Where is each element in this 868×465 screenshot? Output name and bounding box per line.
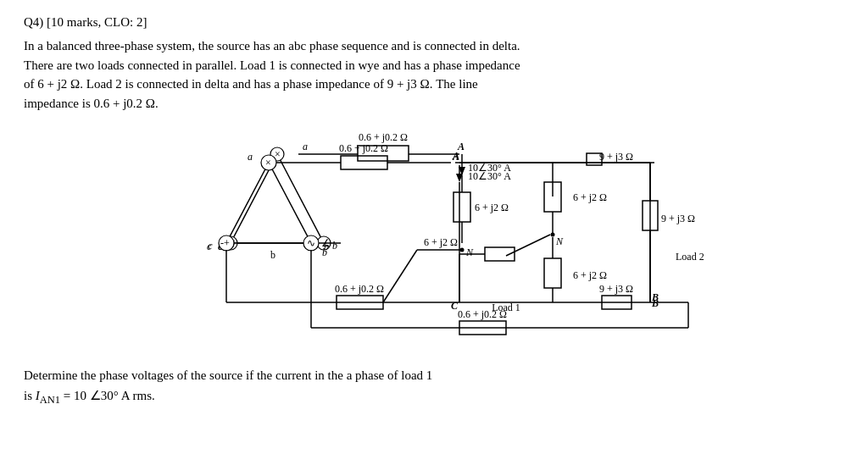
svg-text:0.6 + j0.2 Ω: 0.6 + j0.2 Ω <box>339 142 388 154</box>
svg-rect-40 <box>341 156 387 169</box>
svg-text:6 + j2 Ω: 6 + j2 Ω <box>424 236 458 248</box>
determine-text: Determine the phase voltages of the sour… <box>24 365 844 408</box>
svg-text:6 + j2 Ω: 6 + j2 Ω <box>573 191 607 203</box>
svg-text:a: a <box>303 141 308 152</box>
svg-text:6 + j2 Ω: 6 + j2 Ω <box>475 202 509 213</box>
svg-text:9 + j3 Ω: 9 + j3 Ω <box>661 213 695 224</box>
determine-line2: is IAN1 = 10 ∠30° A rms. <box>24 389 155 402</box>
svg-text:c: c <box>207 241 212 252</box>
svg-text:10∠30° A: 10∠30° A <box>468 170 511 182</box>
problem-line1: In a balanced three-phase system, the so… <box>24 39 520 53</box>
svg-point-61 <box>551 233 555 237</box>
svg-text:∿: ∿ <box>307 237 315 249</box>
circuit-diagram: text { font-family: 'Times New Roman', T… <box>137 125 731 353</box>
svg-text:B: B <box>651 291 659 303</box>
svg-text:b: b <box>332 240 337 252</box>
svg-text:0.6 + j0.2 Ω: 0.6 + j0.2 Ω <box>335 283 384 295</box>
svg-marker-0 <box>231 154 324 243</box>
svg-text:-+: -+ <box>220 237 230 249</box>
svg-text:a: a <box>248 151 253 163</box>
problem-line4: impedance is 0.6 + j0.2 Ω. <box>24 97 159 110</box>
svg-text:b: b <box>324 241 329 252</box>
svg-text:0.6 + j0.2 Ω: 0.6 + j0.2 Ω <box>359 131 408 143</box>
svg-rect-23 <box>453 192 470 222</box>
determine-line1: Determine the phase voltages of the sour… <box>24 368 432 382</box>
problem-line3: of 6 + j2 Ω. Load 2 is connected in delt… <box>24 77 478 91</box>
svg-text:9 + j3 Ω: 9 + j3 Ω <box>599 151 633 163</box>
svg-text:×: × <box>265 157 271 169</box>
svg-text:A: A <box>452 151 459 163</box>
svg-text:N: N <box>465 246 474 258</box>
question-header: Q4) [10 marks, CLO: 2] <box>24 15 844 30</box>
svg-text:Load 2: Load 2 <box>676 251 704 263</box>
svg-line-29 <box>383 250 417 302</box>
problem-text: In a balanced three-phase system, the so… <box>24 36 844 113</box>
svg-line-67 <box>506 235 550 256</box>
problem-line2: There are two loads connected in paralle… <box>24 58 520 72</box>
svg-rect-64 <box>544 258 561 288</box>
svg-text:N: N <box>555 235 564 247</box>
svg-text:9 + j3 Ω: 9 + j3 Ω <box>599 283 633 295</box>
svg-text:6 + j2 Ω: 6 + j2 Ω <box>573 269 607 281</box>
svg-text:0.6 + j0.2 Ω: 0.6 + j0.2 Ω <box>458 308 507 320</box>
svg-text:b: b <box>270 249 275 261</box>
